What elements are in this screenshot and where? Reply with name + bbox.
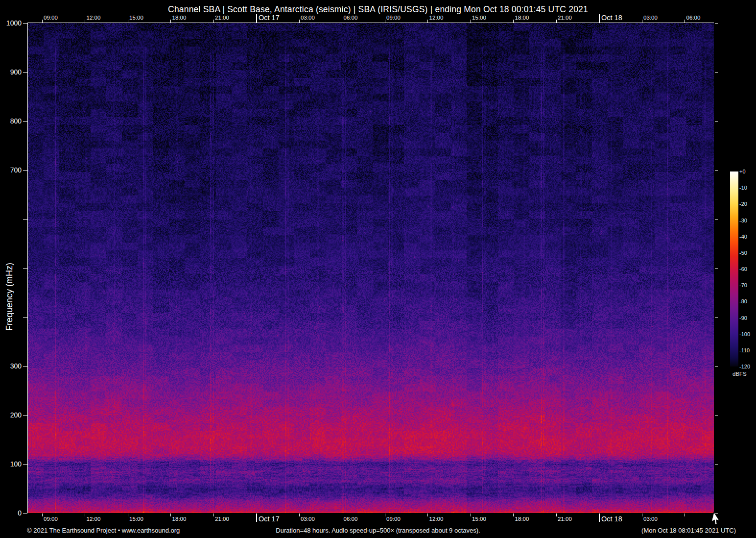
freq-tick-right xyxy=(715,72,718,73)
time-tick-label-bottom: 06:00 xyxy=(342,516,359,522)
freq-tick-right xyxy=(715,170,718,171)
freq-tick-label: 100 xyxy=(1,460,22,468)
date-label-bottom: Oct 18 xyxy=(601,515,622,523)
spectrogram-canvas xyxy=(28,23,714,513)
freq-tick-right xyxy=(715,219,718,220)
freq-tick-left xyxy=(23,317,27,318)
time-tick-label-top: 15:00 xyxy=(471,15,488,21)
time-tick-label-bottom: 09:00 xyxy=(42,516,60,522)
freq-tick-label: 200 xyxy=(1,411,22,419)
freq-tick-label: 900 xyxy=(1,68,22,76)
time-tick-label-bottom: 03:00 xyxy=(299,516,317,522)
time-tick-label-top: 18:00 xyxy=(513,15,531,21)
time-tick-label-bottom: 18:00 xyxy=(170,516,188,522)
freq-tick-right xyxy=(715,464,718,465)
time-tick-label-top: 21:00 xyxy=(213,15,231,21)
time-tick-label-bottom: 09:00 xyxy=(385,516,402,522)
y-axis-title: Frequency (mHz) xyxy=(2,225,17,367)
time-tick-label-top: 21:00 xyxy=(556,15,574,21)
cursor-arrow-icon xyxy=(709,512,724,529)
colorbar-tick-label: +0 xyxy=(739,169,746,174)
time-tick-label-top: 03:00 xyxy=(642,15,660,21)
time-tick-bottom xyxy=(599,514,600,522)
freq-tick-right xyxy=(715,317,718,318)
freq-tick-right xyxy=(715,23,718,24)
time-tick-label-top: 09:00 xyxy=(385,15,402,21)
time-tick-label-bottom: 15:00 xyxy=(128,516,145,522)
time-tick-bottom xyxy=(256,514,257,522)
colorbar-tick-label: -50 xyxy=(739,250,747,256)
freq-tick-left xyxy=(23,366,27,367)
time-tick-label-top: 06:00 xyxy=(685,15,702,21)
time-tick-label-top: 06:00 xyxy=(342,15,359,21)
time-tick-label-bottom: 21:00 xyxy=(556,516,574,522)
date-label-top: Oct 17 xyxy=(259,14,280,22)
freq-tick-left xyxy=(23,415,27,416)
colorbar-tick-label: -90 xyxy=(739,315,747,321)
time-tick-label-bottom: 12:00 xyxy=(427,516,445,522)
time-tick-label-top: 18:00 xyxy=(170,15,188,21)
colorbar-tick-label: -60 xyxy=(739,266,747,272)
colorbar-tick-label: -120 xyxy=(739,364,750,369)
time-tick-label-top: 09:00 xyxy=(42,15,60,21)
freq-tick-right xyxy=(715,268,718,269)
date-label-bottom: Oct 17 xyxy=(259,515,280,523)
colorbar-tick-label: -20 xyxy=(739,201,747,207)
freq-tick-right xyxy=(715,121,718,122)
colorbar-tick-label: -40 xyxy=(739,234,747,240)
time-tick-label-top: 12:00 xyxy=(427,15,445,21)
time-tick-label-top: 03:00 xyxy=(299,15,317,21)
page-title: Channel SBA | Scott Base, Antarctica (se… xyxy=(0,4,756,15)
freq-tick-left xyxy=(23,23,27,24)
time-tick-label-bottom: 15:00 xyxy=(471,516,488,522)
freq-tick-left xyxy=(23,219,27,220)
freq-tick-left xyxy=(23,170,27,171)
freq-tick-left xyxy=(23,464,27,465)
colorbar-tick-label: -30 xyxy=(739,218,747,223)
freq-tick-label: 700 xyxy=(1,166,22,174)
time-tick-bottom xyxy=(685,514,685,516)
freq-tick-left xyxy=(23,268,27,269)
colorbar-unit-label: dBFS xyxy=(732,371,747,377)
freq-tick-label: 800 xyxy=(1,117,22,125)
time-tick-label-bottom: 18:00 xyxy=(513,516,531,522)
colorbar-tick-label: -100 xyxy=(739,331,750,337)
freq-tick-left xyxy=(23,72,27,73)
time-tick-label-top: 12:00 xyxy=(85,15,102,21)
freq-tick-left xyxy=(23,513,27,514)
freq-tick-left xyxy=(23,121,27,122)
date-label-top: Oct 18 xyxy=(601,14,622,22)
time-tick-label-top: 15:00 xyxy=(128,15,145,21)
time-tick-label-bottom: 03:00 xyxy=(642,516,660,522)
freq-tick-right xyxy=(715,415,718,416)
freq-tick-right xyxy=(715,366,718,367)
freq-tick-label: 1000 xyxy=(1,19,22,27)
freq-tick-label: 300 xyxy=(1,362,22,370)
time-tick-label-bottom: 12:00 xyxy=(85,516,102,522)
colorbar-tick-label: -110 xyxy=(739,347,750,353)
time-tick-top xyxy=(256,14,257,23)
time-tick-label-bottom: 21:00 xyxy=(213,516,231,522)
freq-tick-label: 0 xyxy=(1,509,22,517)
colorbar-tick-label: -70 xyxy=(739,282,747,288)
colorbar-tick-label: -10 xyxy=(739,185,747,191)
colorbar-gradient xyxy=(730,171,738,367)
colorbar-tick-label: -80 xyxy=(739,298,747,304)
time-tick-top xyxy=(599,14,600,23)
